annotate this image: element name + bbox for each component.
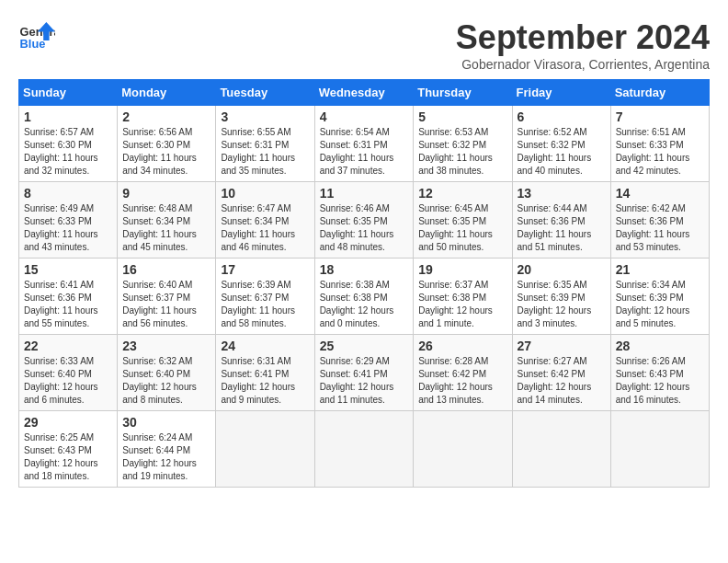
- calendar-week-5: 29 Sunrise: 6:25 AM Sunset: 6:43 PM Dayl…: [19, 411, 710, 488]
- day-number: 1: [24, 109, 112, 124]
- day-info: Sunrise: 6:31 AM Sunset: 6:41 PM Dayligh…: [221, 355, 309, 407]
- calendar-cell: 17 Sunrise: 6:39 AM Sunset: 6:37 PM Dayl…: [216, 259, 314, 335]
- day-info: Sunrise: 6:51 AM Sunset: 6:33 PM Dayligh…: [616, 126, 704, 178]
- calendar-cell: [414, 411, 512, 488]
- day-number: 11: [320, 186, 409, 201]
- weekday-header-sunday: Sunday: [19, 80, 118, 106]
- day-number: 16: [122, 262, 210, 277]
- calendar-cell: [216, 411, 314, 488]
- calendar-cell: 11 Sunrise: 6:46 AM Sunset: 6:35 PM Dayl…: [314, 182, 414, 259]
- day-number: 13: [518, 186, 606, 201]
- calendar-cell: 10 Sunrise: 6:47 AM Sunset: 6:34 PM Dayl…: [216, 182, 314, 259]
- calendar-cell: 28 Sunrise: 6:26 AM Sunset: 6:43 PM Dayl…: [610, 335, 709, 411]
- month-title: September 2024: [456, 18, 710, 57]
- calendar-cell: 21 Sunrise: 6:34 AM Sunset: 6:39 PM Dayl…: [610, 259, 709, 335]
- logo: General Blue: [18, 18, 55, 55]
- day-number: 27: [518, 339, 606, 353]
- calendar-cell: 4 Sunrise: 6:54 AM Sunset: 6:31 PM Dayli…: [314, 106, 414, 182]
- day-number: 10: [221, 186, 309, 201]
- day-info: Sunrise: 6:41 AM Sunset: 6:36 PM Dayligh…: [24, 279, 112, 330]
- day-number: 2: [122, 109, 210, 124]
- weekday-header-tuesday: Tuesday: [216, 80, 314, 106]
- calendar-week-2: 8 Sunrise: 6:49 AM Sunset: 6:33 PM Dayli…: [19, 182, 710, 259]
- calendar-cell: [610, 411, 709, 488]
- calendar-table: SundayMondayTuesdayWednesdayThursdayFrid…: [18, 79, 710, 488]
- calendar-cell: 26 Sunrise: 6:28 AM Sunset: 6:42 PM Dayl…: [414, 335, 512, 411]
- calendar-cell: 18 Sunrise: 6:38 AM Sunset: 6:38 PM Dayl…: [314, 259, 414, 335]
- calendar-cell: 22 Sunrise: 6:33 AM Sunset: 6:40 PM Dayl…: [19, 335, 118, 411]
- day-number: 6: [518, 109, 606, 124]
- weekday-header-saturday: Saturday: [610, 80, 709, 106]
- day-info: Sunrise: 6:38 AM Sunset: 6:38 PM Dayligh…: [320, 279, 409, 330]
- day-number: 19: [418, 262, 506, 277]
- day-info: Sunrise: 6:55 AM Sunset: 6:31 PM Dayligh…: [221, 126, 309, 178]
- day-number: 7: [616, 109, 704, 124]
- calendar-cell: 20 Sunrise: 6:35 AM Sunset: 6:39 PM Dayl…: [512, 259, 610, 335]
- day-number: 18: [320, 262, 409, 277]
- day-number: 8: [24, 186, 112, 201]
- weekday-header-wednesday: Wednesday: [314, 80, 414, 106]
- day-info: Sunrise: 6:47 AM Sunset: 6:34 PM Dayligh…: [221, 202, 309, 254]
- header: General Blue September 2024 Gobernador V…: [18, 18, 710, 72]
- day-info: Sunrise: 6:42 AM Sunset: 6:36 PM Dayligh…: [616, 202, 704, 254]
- day-number: 14: [616, 186, 704, 201]
- calendar-cell: 27 Sunrise: 6:27 AM Sunset: 6:42 PM Dayl…: [512, 335, 610, 411]
- day-info: Sunrise: 6:44 AM Sunset: 6:36 PM Dayligh…: [518, 202, 606, 254]
- day-number: 26: [418, 339, 506, 353]
- day-number: 15: [24, 262, 112, 277]
- day-number: 5: [418, 109, 506, 124]
- calendar-cell: 29 Sunrise: 6:25 AM Sunset: 6:43 PM Dayl…: [19, 411, 118, 488]
- calendar-cell: 24 Sunrise: 6:31 AM Sunset: 6:41 PM Dayl…: [216, 335, 314, 411]
- day-info: Sunrise: 6:26 AM Sunset: 6:43 PM Dayligh…: [616, 355, 704, 407]
- calendar-cell: 14 Sunrise: 6:42 AM Sunset: 6:36 PM Dayl…: [610, 182, 709, 259]
- day-info: Sunrise: 6:46 AM Sunset: 6:35 PM Dayligh…: [320, 202, 409, 254]
- day-number: 23: [122, 339, 210, 353]
- day-number: 25: [320, 339, 409, 353]
- day-info: Sunrise: 6:24 AM Sunset: 6:44 PM Dayligh…: [122, 431, 210, 483]
- day-number: 24: [221, 339, 309, 353]
- day-number: 29: [24, 415, 112, 430]
- day-info: Sunrise: 6:54 AM Sunset: 6:31 PM Dayligh…: [320, 126, 409, 178]
- day-info: Sunrise: 6:40 AM Sunset: 6:37 PM Dayligh…: [122, 279, 210, 330]
- logo-icon: General Blue: [18, 18, 55, 55]
- day-number: 20: [518, 262, 606, 277]
- calendar-cell: 15 Sunrise: 6:41 AM Sunset: 6:36 PM Dayl…: [19, 259, 118, 335]
- calendar-week-3: 15 Sunrise: 6:41 AM Sunset: 6:36 PM Dayl…: [19, 259, 710, 335]
- day-info: Sunrise: 6:53 AM Sunset: 6:32 PM Dayligh…: [418, 126, 506, 178]
- calendar-cell: 25 Sunrise: 6:29 AM Sunset: 6:41 PM Dayl…: [314, 335, 414, 411]
- calendar-week-1: 1 Sunrise: 6:57 AM Sunset: 6:30 PM Dayli…: [19, 106, 710, 182]
- day-info: Sunrise: 6:28 AM Sunset: 6:42 PM Dayligh…: [418, 355, 506, 407]
- calendar-cell: 9 Sunrise: 6:48 AM Sunset: 6:34 PM Dayli…: [118, 182, 216, 259]
- calendar-cell: 12 Sunrise: 6:45 AM Sunset: 6:35 PM Dayl…: [414, 182, 512, 259]
- day-info: Sunrise: 6:33 AM Sunset: 6:40 PM Dayligh…: [24, 355, 112, 407]
- calendar-cell: 5 Sunrise: 6:53 AM Sunset: 6:32 PM Dayli…: [414, 106, 512, 182]
- day-number: 22: [24, 339, 112, 353]
- day-number: 4: [320, 109, 409, 124]
- day-info: Sunrise: 6:39 AM Sunset: 6:37 PM Dayligh…: [221, 279, 309, 330]
- calendar-cell: 19 Sunrise: 6:37 AM Sunset: 6:38 PM Dayl…: [414, 259, 512, 335]
- day-number: 30: [122, 415, 210, 430]
- calendar-cell: 1 Sunrise: 6:57 AM Sunset: 6:30 PM Dayli…: [19, 106, 118, 182]
- day-info: Sunrise: 6:35 AM Sunset: 6:39 PM Dayligh…: [518, 279, 606, 330]
- calendar-cell: [314, 411, 414, 488]
- calendar-body: 1 Sunrise: 6:57 AM Sunset: 6:30 PM Dayli…: [19, 106, 710, 488]
- svg-text:Blue: Blue: [20, 37, 46, 51]
- calendar-cell: 7 Sunrise: 6:51 AM Sunset: 6:33 PM Dayli…: [610, 106, 709, 182]
- day-info: Sunrise: 6:25 AM Sunset: 6:43 PM Dayligh…: [24, 431, 112, 483]
- calendar-cell: 13 Sunrise: 6:44 AM Sunset: 6:36 PM Dayl…: [512, 182, 610, 259]
- day-number: 28: [616, 339, 704, 353]
- day-info: Sunrise: 6:57 AM Sunset: 6:30 PM Dayligh…: [24, 126, 112, 178]
- day-number: 12: [418, 186, 506, 201]
- calendar-cell: 16 Sunrise: 6:40 AM Sunset: 6:37 PM Dayl…: [118, 259, 216, 335]
- calendar-cell: 30 Sunrise: 6:24 AM Sunset: 6:44 PM Dayl…: [118, 411, 216, 488]
- day-info: Sunrise: 6:48 AM Sunset: 6:34 PM Dayligh…: [122, 202, 210, 254]
- day-info: Sunrise: 6:52 AM Sunset: 6:32 PM Dayligh…: [518, 126, 606, 178]
- title-area: September 2024 Gobernador Virasora, Corr…: [456, 18, 710, 72]
- day-info: Sunrise: 6:34 AM Sunset: 6:39 PM Dayligh…: [616, 279, 704, 330]
- day-number: 9: [122, 186, 210, 201]
- day-info: Sunrise: 6:32 AM Sunset: 6:40 PM Dayligh…: [122, 355, 210, 407]
- calendar-cell: 8 Sunrise: 6:49 AM Sunset: 6:33 PM Dayli…: [19, 182, 118, 259]
- weekday-header-thursday: Thursday: [414, 80, 512, 106]
- calendar-week-4: 22 Sunrise: 6:33 AM Sunset: 6:40 PM Dayl…: [19, 335, 710, 411]
- day-info: Sunrise: 6:45 AM Sunset: 6:35 PM Dayligh…: [418, 202, 506, 254]
